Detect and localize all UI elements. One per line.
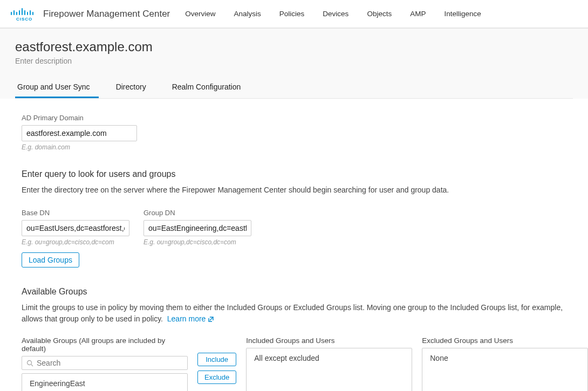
query-desc: Enter the directory tree on the server w… bbox=[22, 184, 566, 196]
list-item[interactable]: EngineeringEast bbox=[30, 379, 180, 388]
content: AD Primary Domain E.g. domain.com Enter … bbox=[0, 99, 588, 391]
available-groups-list[interactable]: EngineeringEast bbox=[22, 373, 188, 391]
product-title: Firepower Management Center bbox=[43, 9, 170, 19]
group-dn-field: Group DN E.g. ou=group,dc=cisco,dc=com bbox=[143, 209, 251, 246]
page-title: eastforest.example.com bbox=[15, 39, 573, 54]
nav-menu: Overview Analysis Policies Devices Objec… bbox=[185, 10, 481, 18]
svg-line-11 bbox=[31, 364, 33, 366]
available-groups-desc: Limit the groups to use in policy by mov… bbox=[22, 302, 566, 325]
external-link-icon bbox=[208, 316, 214, 323]
search-icon bbox=[26, 360, 33, 367]
tab-directory[interactable]: Directory bbox=[114, 77, 155, 98]
page-header-area: eastforest.example.com Enter description… bbox=[0, 28, 588, 99]
load-groups-button[interactable]: Load Groups bbox=[22, 252, 79, 267]
ad-domain-input[interactable] bbox=[22, 125, 137, 141]
base-dn-input[interactable] bbox=[22, 220, 129, 236]
query-title: Enter query to look for users and groups bbox=[22, 169, 566, 179]
base-dn-field: Base DN E.g. ou=group,dc=cisco,dc=com bbox=[22, 209, 129, 246]
tabs: Group and User Sync Directory Realm Conf… bbox=[15, 77, 573, 99]
cisco-logo: CISCO bbox=[10, 7, 33, 21]
tab-realm-config[interactable]: Realm Configuration bbox=[170, 77, 250, 98]
nav-amp[interactable]: AMP bbox=[410, 10, 426, 18]
ad-primary-domain-section: AD Primary Domain E.g. domain.com bbox=[22, 114, 566, 151]
included-groups-column: Included Groups and Users All except exc… bbox=[246, 337, 412, 391]
base-dn-hint: E.g. ou=group,dc=cisco,dc=com bbox=[22, 238, 129, 246]
available-groups-search-input[interactable] bbox=[37, 359, 183, 367]
excluded-groups-list[interactable]: None bbox=[422, 348, 588, 391]
ad-domain-label: AD Primary Domain bbox=[22, 114, 566, 122]
svg-point-10 bbox=[28, 360, 32, 365]
nav-intelligence[interactable]: Intelligence bbox=[444, 10, 481, 18]
learn-more-link[interactable]: Learn more bbox=[167, 313, 215, 325]
exclude-button[interactable]: Exclude bbox=[197, 371, 236, 384]
nav-policies[interactable]: Policies bbox=[279, 10, 305, 18]
included-groups-list[interactable]: All except excluded bbox=[246, 348, 412, 391]
nav-analysis[interactable]: Analysis bbox=[234, 10, 261, 18]
available-groups-column: Available Groups (All groups are include… bbox=[22, 337, 188, 391]
excluded-groups-label: Excluded Groups and Users bbox=[422, 337, 588, 345]
transfer-buttons: Include Exclude bbox=[197, 337, 236, 391]
available-groups-search[interactable] bbox=[22, 356, 188, 370]
nav-overview[interactable]: Overview bbox=[185, 10, 215, 18]
nav-devices[interactable]: Devices bbox=[323, 10, 348, 18]
group-dn-hint: E.g. ou=group,dc=cisco,dc=com bbox=[143, 238, 251, 246]
svg-text:CISCO: CISCO bbox=[16, 17, 32, 21]
available-groups-section: Available Groups Limit the groups to use… bbox=[22, 287, 566, 391]
top-nav: CISCO Firepower Management Center Overvi… bbox=[0, 0, 588, 28]
ad-domain-hint: E.g. domain.com bbox=[22, 143, 566, 151]
page-subtitle: Enter description bbox=[15, 57, 573, 65]
included-groups-label: Included Groups and Users bbox=[246, 337, 412, 345]
available-groups-title: Available Groups bbox=[22, 287, 566, 297]
tab-group-user-sync[interactable]: Group and User Sync bbox=[15, 77, 99, 98]
base-dn-label: Base DN bbox=[22, 209, 129, 217]
include-button[interactable]: Include bbox=[197, 353, 236, 366]
group-dn-input[interactable] bbox=[143, 220, 251, 236]
nav-objects[interactable]: Objects bbox=[367, 10, 392, 18]
available-groups-label: Available Groups (All groups are include… bbox=[22, 337, 188, 353]
query-section: Enter query to look for users and groups… bbox=[22, 169, 566, 267]
excluded-groups-column: Excluded Groups and Users None bbox=[422, 337, 588, 391]
group-dn-label: Group DN bbox=[143, 209, 251, 217]
